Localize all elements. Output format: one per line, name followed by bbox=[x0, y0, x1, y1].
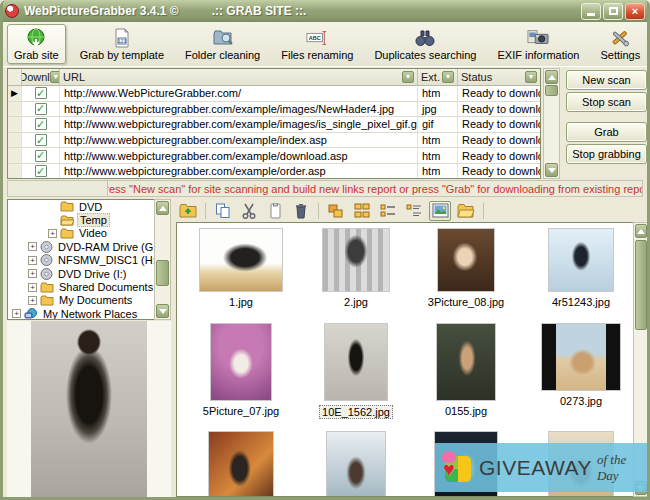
scrollbar-thumb[interactable] bbox=[635, 240, 647, 330]
tree-scrollbar[interactable] bbox=[154, 199, 171, 320]
thumbnail-item-partial[interactable] bbox=[304, 431, 408, 497]
giveaway-watermark: ♥ GIVEAWAY of the Day bbox=[435, 443, 650, 492]
header-downl[interactable]: Downl▼ bbox=[22, 69, 60, 85]
scrollbar-thumb[interactable] bbox=[545, 85, 558, 96]
tree-item-temp[interactable]: Temp bbox=[8, 213, 170, 226]
paste-icon[interactable] bbox=[264, 201, 286, 221]
open-folder-icon[interactable] bbox=[455, 201, 477, 221]
download-checkbox[interactable]: ✓ bbox=[35, 87, 47, 99]
close-button[interactable]: × bbox=[625, 3, 645, 20]
thumbnail-item[interactable]: 5Picture_07.jpg bbox=[189, 323, 293, 417]
scroll-up-icon[interactable] bbox=[156, 201, 169, 215]
toolbar-duplicates-searching[interactable]: Duplicates searching bbox=[367, 24, 483, 64]
table-row[interactable]: ✓ http://www.webpicturegrabber.com/examp… bbox=[8, 164, 540, 179]
scroll-down-icon[interactable] bbox=[545, 163, 558, 177]
filter-dropdown-icon[interactable]: ▼ bbox=[50, 71, 60, 83]
thumbnail-image[interactable] bbox=[542, 324, 620, 390]
scrollbar-thumb[interactable] bbox=[156, 260, 169, 286]
view-small-icon[interactable] bbox=[351, 201, 373, 221]
tree-item-shared-documents[interactable]: + Shared Documents bbox=[8, 280, 170, 293]
header-ext[interactable]: Ext.▼ bbox=[418, 69, 458, 85]
scroll-down-icon[interactable] bbox=[156, 304, 169, 318]
thumbnail-name[interactable]: 0155.jpg bbox=[443, 405, 489, 417]
thumbnail-name[interactable]: 1.jpg bbox=[227, 296, 255, 308]
tree-item-dvd-drive[interactable]: + DVD Drive (I:) bbox=[8, 267, 170, 280]
tree-item-video[interactable]: + Video bbox=[8, 227, 170, 240]
thumbnail-name[interactable]: 3Picture_08.jpg bbox=[426, 296, 506, 308]
tree-item-dvdram-drive[interactable]: + DVD-RAM Drive (G:) bbox=[8, 240, 170, 253]
expand-plus-icon[interactable]: + bbox=[12, 309, 21, 318]
thumbnail-name[interactable]: 2.jpg bbox=[342, 296, 370, 308]
header-url[interactable]: URL▼ bbox=[60, 69, 418, 85]
download-checkbox[interactable]: ✓ bbox=[35, 150, 47, 162]
thumbnail-image[interactable] bbox=[438, 229, 494, 291]
download-checkbox[interactable]: ✓ bbox=[35, 165, 47, 177]
expand-plus-icon[interactable]: + bbox=[28, 256, 37, 265]
thumbnail-item[interactable]: 4r51243.jpg bbox=[529, 228, 633, 308]
filter-dropdown-icon[interactable]: ▼ bbox=[525, 71, 537, 83]
stop-grabbing-button[interactable]: Stop grabbing bbox=[566, 144, 647, 164]
thumbnail-item[interactable]: 1.jpg bbox=[189, 228, 293, 308]
toolbar-exif-information[interactable]: EXIF information bbox=[491, 24, 587, 64]
copy-icon[interactable] bbox=[212, 201, 234, 221]
watermark-suffix: of the Day bbox=[597, 452, 645, 484]
filter-dropdown-icon[interactable]: ▼ bbox=[402, 71, 414, 83]
filter-dropdown-icon[interactable]: ▼ bbox=[442, 71, 454, 83]
toolbar-settings[interactable]: Settings bbox=[593, 24, 647, 64]
cut-icon[interactable] bbox=[238, 201, 260, 221]
table-row[interactable]: ✓ http://www.webpicturegrabber.com/examp… bbox=[8, 148, 540, 164]
thumbnail-item[interactable]: 0273.jpg bbox=[529, 323, 633, 407]
toolbar-files-renaming[interactable]: ABC Files renaming bbox=[274, 24, 360, 64]
thumbnail-image[interactable] bbox=[323, 229, 389, 291]
minimize-button[interactable] bbox=[581, 3, 601, 20]
maximize-button[interactable] bbox=[603, 3, 623, 20]
stop-scan-button[interactable]: Stop scan bbox=[566, 92, 647, 112]
thumbnail-item[interactable]: 2.jpg bbox=[304, 228, 408, 308]
thumbnail-image[interactable] bbox=[437, 324, 495, 400]
expand-plus-icon[interactable]: + bbox=[28, 296, 37, 305]
thumbnail-name[interactable]: 5Picture_07.jpg bbox=[201, 405, 281, 417]
download-checkbox[interactable]: ✓ bbox=[35, 134, 47, 146]
view-details-icon[interactable] bbox=[403, 201, 425, 221]
expand-plus-icon[interactable]: + bbox=[28, 283, 37, 292]
thumbnail-name[interactable]: 4r51243.jpg bbox=[550, 296, 612, 308]
toolbar-folder-cleaning[interactable]: Folder cleaning bbox=[178, 24, 267, 64]
download-checkbox[interactable]: ✓ bbox=[35, 103, 47, 115]
thumbnail-image[interactable] bbox=[200, 229, 282, 291]
tree-item-dvd[interactable]: DVD bbox=[8, 200, 170, 213]
view-large-icon[interactable] bbox=[325, 201, 347, 221]
download-checkbox[interactable]: ✓ bbox=[35, 118, 47, 130]
thumbnail-image[interactable] bbox=[549, 229, 613, 291]
expand-plus-icon[interactable]: + bbox=[28, 242, 37, 251]
thumbnail-item[interactable]: 3Picture_08.jpg bbox=[414, 228, 518, 308]
delete-icon[interactable] bbox=[290, 201, 312, 221]
tree-item-my-network-places[interactable]: + My Network Places bbox=[8, 307, 170, 320]
table-row[interactable]: ✓ http://www.webpicturegrabber.com/examp… bbox=[8, 102, 540, 118]
table-row[interactable]: ✓ http://www.webpicturegrabber.com/examp… bbox=[8, 117, 540, 133]
expand-plus-icon[interactable]: + bbox=[48, 229, 57, 238]
grab-button[interactable]: Grab bbox=[566, 122, 647, 142]
toolbar-grab-site[interactable]: Grab site bbox=[7, 24, 66, 64]
table-row[interactable]: ▶ ✓ http://www.WebPictureGrabber.com/ ht… bbox=[8, 86, 540, 102]
scroll-up-icon[interactable] bbox=[635, 224, 647, 238]
view-thumbnails-icon[interactable] bbox=[429, 201, 451, 221]
thumbnail-item-partial[interactable] bbox=[189, 431, 293, 497]
thumbnail-name[interactable]: 0273.jpg bbox=[558, 395, 604, 407]
title-bar[interactable]: WebPictureGrabber 3.4.1 © .:: GRAB SITE … bbox=[0, 0, 650, 22]
scroll-up-icon[interactable] bbox=[545, 70, 558, 84]
thumbnail-name[interactable]: 10E_1562.jpg bbox=[319, 405, 393, 419]
tree-item-my-documents[interactable]: + My Documents bbox=[8, 294, 170, 307]
table-row[interactable]: ✓ http://www.webpicturegrabber.com/examp… bbox=[8, 133, 540, 149]
table-scrollbar[interactable] bbox=[543, 68, 560, 179]
new-scan-button[interactable]: New scan bbox=[566, 70, 647, 90]
header-status[interactable]: Status▼ bbox=[458, 69, 540, 85]
thumbnail-item[interactable]: 10E_1562.jpg bbox=[304, 323, 408, 419]
thumbnail-item[interactable]: 0155.jpg bbox=[414, 323, 518, 417]
tree-item-nfsmw-disc[interactable]: + NFSMW_DISC1 (H:) bbox=[8, 254, 170, 267]
view-list-icon[interactable] bbox=[377, 201, 399, 221]
folder-up-icon[interactable] bbox=[177, 201, 199, 221]
thumbnail-image[interactable] bbox=[325, 324, 387, 400]
thumbnail-image[interactable] bbox=[211, 324, 271, 400]
toolbar-grab-by-template[interactable]: 123 Grab by template bbox=[73, 24, 171, 64]
expand-plus-icon[interactable]: + bbox=[28, 269, 37, 278]
